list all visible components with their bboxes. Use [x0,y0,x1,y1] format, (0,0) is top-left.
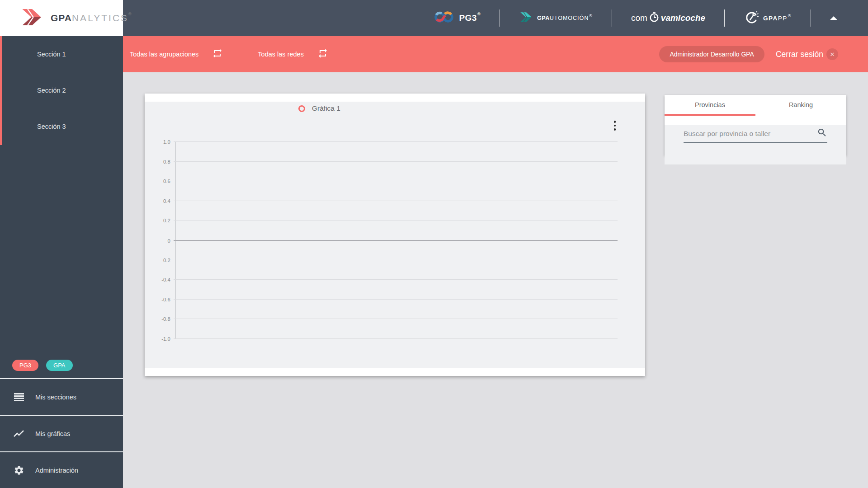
plot-area: 1.00.80.60.40.20-0.2-0.4-0.6-0.8-1.0 [175,141,618,338]
header-divider [612,9,612,27]
sidebar-item-seccion-3[interactable]: Sección 3 [0,108,123,145]
sidebar-item-label: Sección 3 [37,123,66,130]
y-tick-label: -1.0 [161,336,170,342]
header-divider [724,9,725,27]
search-placeholder: Buscar por provincia o taller [684,130,817,138]
comprovamicoche-right: vamicoche [661,13,705,23]
sidebar-active-accent [0,36,2,145]
chart-menu-kebab-icon[interactable] [611,120,619,131]
header-divider [500,9,500,27]
gridline: 0.8 [174,161,618,162]
line-chart-icon [14,428,24,439]
sidebar-badges: PG3 GPA [0,352,123,378]
agrupaciones-select-label: Todas las agrupaciones [130,51,198,58]
redes-select-label: Todas las redes [258,51,304,58]
gridline: -0.2 [174,260,618,260]
header-divider [811,9,811,27]
sidebar-item-mis-secciones[interactable]: Mis secciones [0,378,123,415]
gridline: 0.4 [174,201,618,201]
list-icon [14,392,24,403]
panel-tabs: Provincias Ranking [665,95,846,116]
y-tick-label: 0 [168,238,170,244]
pg3-badge[interactable]: PG3 [12,360,38,371]
y-tick-label: -0.2 [161,258,170,263]
gridline: -1.0 [174,338,618,339]
tab-label: Ranking [789,101,813,108]
gpautomocion-wordmark: GPAUTOMOCIÓN® [537,15,593,21]
y-tick-label: -0.6 [161,297,170,302]
y-tick-label: 0.8 [163,159,170,164]
gridline: 0.2 [174,220,618,221]
sidebar-item-mis-graficas[interactable]: Mis gráficas [0,415,123,451]
chart-card: Gráfica 1 1.00.80.60.40.20-0.2-0.4-0.6-0… [145,94,645,376]
comprovamicoche-logo: com vamicoche [631,12,705,25]
swap-icon[interactable] [317,48,328,61]
user-chip-label: Administrador Desarrollo GPA [670,51,754,58]
pg3-logo: PG3® [434,10,481,26]
gpa-badge[interactable]: GPA [46,360,73,371]
sidebar-item-administracion[interactable]: Administración [0,451,123,488]
tab-label: Provincias [695,101,725,108]
gear-icon [14,465,24,476]
legend-ring-icon [298,105,305,112]
user-chip: Administrador Desarrollo GPA [659,46,764,62]
sidebar-item-label: Sección 1 [37,51,66,58]
logout-button[interactable]: Cerrar sesión [776,50,823,59]
pg3-wordmark: PG3® [459,13,481,23]
gpanalytics-logo: GPANALYTICS® [0,0,123,36]
sidebar-item-seccion-2[interactable]: Sección 2 [0,72,123,108]
gpautomocion-logo: GPAUTOMOCIÓN® [519,11,593,25]
legend-label: Gráfica 1 [312,104,340,113]
provinces-panel: Provincias Ranking Buscar por provincia … [665,95,846,155]
gpapp-wordmark: GPAPP® [763,15,792,22]
y-tick-label: -0.8 [161,316,170,322]
gpapp-logo: GPAPP® [744,9,792,27]
gpanalytics-arrow-icon [20,7,44,29]
main-content: Gráfica 1 1.00.80.60.40.20-0.2-0.4-0.6-0… [123,72,868,488]
gridline: 1.0 [174,141,618,142]
comprovamicoche-left: com [631,13,647,23]
tab-ranking[interactable]: Ranking [755,95,846,116]
logout-close-icon[interactable]: ✕ [826,48,838,60]
sidebar-item-label: Mis secciones [35,394,76,401]
y-tick-label: -0.4 [161,277,170,282]
agrupaciones-select[interactable]: Todas las agrupaciones [130,48,223,61]
gridline: -0.6 [174,299,618,300]
sidebar-item-label: Mis gráficas [35,430,70,437]
gridline: 0.6 [174,181,618,181]
sidebar-item-seccion-1[interactable]: Sección 1 [0,36,123,72]
gpanalytics-wordmark: GPANALYTICS® [51,13,132,23]
app-root: GPANALYTICS® Sección 1 Sección 2 Sección… [0,0,868,488]
top-header: PG3® GPAUTOMOCIÓN® com [123,0,868,36]
chart-legend[interactable]: Gráfica 1 [298,104,340,113]
sidebar: GPANALYTICS® Sección 1 Sección 2 Sección… [0,0,123,488]
filterbar-right: Administrador Desarrollo GPA Cerrar sesi… [659,46,838,62]
clock-icon [649,12,660,25]
gpautomocion-arrow-icon [519,11,533,25]
gridline: -0.8 [174,319,618,319]
y-tick-label: 0.6 [163,178,170,184]
collapse-caret-icon[interactable] [830,16,837,20]
gridline: -0.4 [174,279,618,280]
sidebar-item-label: Sección 2 [37,87,66,94]
redes-select[interactable]: Todas las redes [258,48,328,61]
filter-bar: Todas las agrupaciones Todas las redes A… [123,36,868,72]
y-tick-label: 1.0 [163,139,170,145]
gpapp-wrench-icon [744,9,759,27]
search-input[interactable]: Buscar por provincia o taller [684,125,827,143]
tab-provincias[interactable]: Provincias [665,95,755,116]
y-tick-label: 0.4 [163,198,170,204]
sidebar-spacer [0,145,123,352]
y-tick-label: 0.2 [163,218,170,223]
search-icon[interactable] [817,127,827,140]
swap-icon[interactable] [212,48,223,61]
sidebar-item-label: Administración [35,467,78,474]
pg3-infinity-icon [434,10,454,26]
panel-body: Buscar por provincia o taller [665,125,846,164]
gridline: 0 [174,240,618,241]
